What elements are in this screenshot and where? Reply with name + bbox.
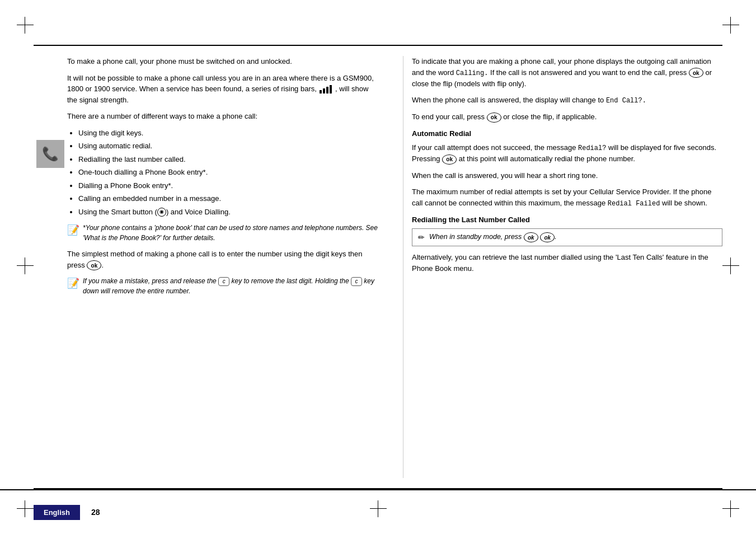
redialling-para1: Alternatively, you can retrieve the last… <box>412 252 722 274</box>
top-rule <box>34 45 722 46</box>
signal-bars <box>320 85 332 93</box>
list-item: One-touch dialling a Phone Book entry*. <box>78 167 378 178</box>
list-item: Redialling the last number called. <box>78 154 378 165</box>
ok-button-inline: ok <box>87 260 101 270</box>
left-para1: To make a phone call, your phone must be… <box>67 56 378 67</box>
note1-text: *Your phone contains a 'phone book' that… <box>83 223 378 243</box>
list-item: Using the Smart button (◉) and Voice Dia… <box>78 207 378 218</box>
redial-code: Redial? <box>578 144 606 152</box>
bullet-list: Using the digit keys. Using automatic re… <box>78 128 378 218</box>
auto-redial-para2: When the call is answered, you will hear… <box>412 170 722 181</box>
smart-button-icon: ◉ <box>157 208 166 217</box>
right-column: To indicate that you are making a phone … <box>403 56 722 478</box>
footer-language: English <box>34 505 80 520</box>
right-para3: To end your call, press ok or close the … <box>412 111 722 123</box>
end-call-code: End Call?. <box>606 97 646 105</box>
list-item: Calling an embedded number in a message. <box>78 193 378 204</box>
ok-button-standby1: ok <box>524 232 538 242</box>
standby-box: ✏ When in standby mode, press ok ok. <box>412 228 722 246</box>
right-para2: When the phone call is answered, the dis… <box>412 95 722 106</box>
c-button-icon: c <box>218 277 229 286</box>
footer: English 28 <box>0 489 756 534</box>
redial-failed-code: Redial Failed <box>608 200 660 208</box>
note2-block: 📝 If you make a mistake, press and relea… <box>67 276 378 296</box>
auto-redial-para1: If your call attempt does not succeed, t… <box>412 142 722 165</box>
ok-button-right2: ok <box>487 113 501 123</box>
footer-page-number: 28 <box>91 508 100 517</box>
ok-button-redial: ok <box>442 154 457 165</box>
calling-code: Calling. <box>456 69 489 77</box>
page-content: To make a phone call, your phone must be… <box>34 56 722 478</box>
list-item: Using automatic redial. <box>78 140 378 152</box>
list-item: Using the digit keys. <box>78 128 378 139</box>
ok-button-right1: ok <box>689 68 703 78</box>
note2-icon: 📝 <box>67 277 79 289</box>
c-button-icon2: c <box>351 277 362 286</box>
right-para1: To indicate that you are making a phone … <box>412 56 722 89</box>
note2-text: If you make a mistake, press and release… <box>83 276 378 296</box>
auto-redial-para3: The maximum number of redial attempts is… <box>412 186 722 209</box>
left-para2: It will not be possible to make a phone … <box>67 73 378 106</box>
ok-button-standby2: ok <box>540 232 555 242</box>
standby-icon: ✏ <box>418 233 425 242</box>
left-para4: The simplest method of making a phone ca… <box>67 249 378 270</box>
list-item: Dialling a Phone Book entry*. <box>78 180 378 191</box>
note1-block: 📝 *Your phone contains a 'phone book' th… <box>67 223 378 243</box>
left-para3: There are a number of different ways to … <box>67 111 378 122</box>
auto-redial-heading: Automatic Redial <box>412 128 722 139</box>
left-column: To make a phone call, your phone must be… <box>34 56 386 478</box>
redialling-heading: Redialling the Last Number Called <box>412 214 722 226</box>
note1-icon: 📝 <box>67 224 79 236</box>
standby-text: When in standby mode, press ok ok. <box>429 232 557 242</box>
